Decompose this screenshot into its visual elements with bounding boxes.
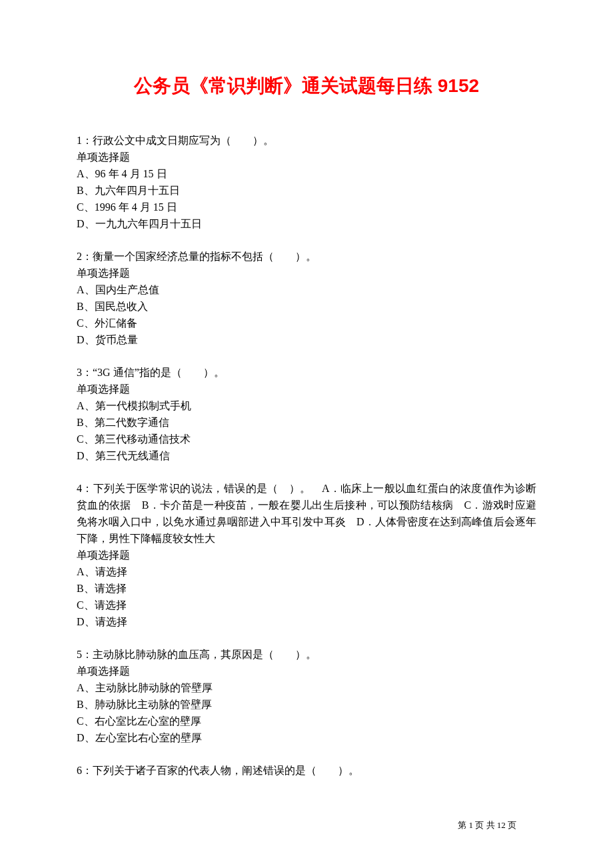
option-c: C、请选择: [77, 597, 536, 613]
option-d: D、第三代无线通信: [77, 447, 536, 464]
question-stem: 6：下列关于诸子百家的代表人物，阐述错误的是（ ）。: [77, 762, 536, 779]
question-stem: 4：下列关于医学常识的说法，错误的是（ ）。 A．临床上一般以血红蛋白的浓度值作…: [77, 480, 536, 547]
option-d: D、左心室比右心室的壁厚: [77, 729, 536, 746]
option-b: B、请选择: [77, 580, 536, 597]
option-c: C、外汇储备: [77, 315, 536, 331]
option-b: B、国民总收入: [77, 298, 536, 315]
question-4: 4：下列关于医学常识的说法，错误的是（ ）。 A．临床上一般以血红蛋白的浓度值作…: [77, 480, 536, 630]
question-type: 单项选择题: [77, 381, 536, 397]
option-d: D、请选择: [77, 613, 536, 630]
option-b: B、第二代数字通信: [77, 414, 536, 431]
option-d: D、一九九六年四月十五日: [77, 215, 536, 232]
option-c: C、右心室比左心室的壁厚: [77, 713, 536, 729]
question-stem: 3：“3G 通信”指的是（ ）。: [77, 364, 536, 381]
page-footer: 第 1 页 共 12 页: [458, 819, 516, 831]
document-title: 公务员《常识判断》通关试题每日练 9152: [77, 73, 536, 99]
question-type: 单项选择题: [77, 547, 536, 563]
question-type: 单项选择题: [77, 265, 536, 281]
question-stem: 5：主动脉比肺动脉的血压高，其原因是（ ）。: [77, 646, 536, 663]
option-d: D、货币总量: [77, 331, 536, 348]
question-1: 1：行政公文中成文日期应写为（ ）。 单项选择题 A、96 年 4 月 15 日…: [77, 132, 536, 232]
question-type: 单项选择题: [77, 149, 536, 165]
option-b: B、肺动脉比主动脉的管壁厚: [77, 696, 536, 713]
question-2: 2：衡量一个国家经济总量的指标不包括（ ）。 单项选择题 A、国内生产总值 B、…: [77, 248, 536, 348]
question-stem: 2：衡量一个国家经济总量的指标不包括（ ）。: [77, 248, 536, 265]
option-b: B、九六年四月十五日: [77, 182, 536, 199]
question-3: 3：“3G 通信”指的是（ ）。 单项选择题 A、第一代模拟制式手机 B、第二代…: [77, 364, 536, 464]
option-a: A、请选择: [77, 563, 536, 580]
option-a: A、96 年 4 月 15 日: [77, 165, 536, 182]
question-6: 6：下列关于诸子百家的代表人物，阐述错误的是（ ）。: [77, 762, 536, 779]
question-type: 单项选择题: [77, 663, 536, 679]
question-5: 5：主动脉比肺动脉的血压高，其原因是（ ）。 单项选择题 A、主动脉比肺动脉的管…: [77, 646, 536, 746]
option-a: A、主动脉比肺动脉的管壁厚: [77, 679, 536, 696]
option-a: A、第一代模拟制式手机: [77, 397, 536, 414]
option-c: C、1996 年 4 月 15 日: [77, 199, 536, 215]
question-stem: 1：行政公文中成文日期应写为（ ）。: [77, 132, 536, 149]
document-page: 公务员《常识判断》通关试题每日练 9152 1：行政公文中成文日期应写为（ ）。…: [0, 0, 613, 835]
option-a: A、国内生产总值: [77, 281, 536, 298]
option-c: C、第三代移动通信技术: [77, 431, 536, 447]
